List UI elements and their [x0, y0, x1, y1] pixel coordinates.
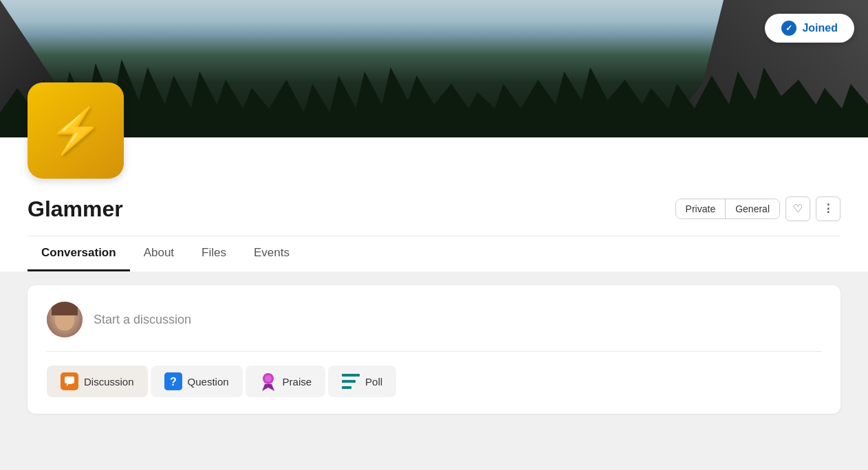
poll-button[interactable]: Poll: [328, 366, 396, 397]
svg-point-4: [265, 375, 272, 382]
praise-label: Praise: [283, 376, 312, 388]
action-buttons-row: Discussion ? Question: [47, 366, 821, 397]
question-button[interactable]: ? Question: [151, 366, 243, 397]
tab-events[interactable]: Events: [240, 236, 303, 271]
joined-button[interactable]: ✓ Joined: [765, 14, 854, 43]
trees-decoration: [0, 41, 868, 137]
praise-button[interactable]: Praise: [246, 366, 326, 397]
tab-conversation[interactable]: Conversation: [28, 236, 130, 271]
lightning-icon: ⚡: [48, 109, 103, 153]
joined-label: Joined: [802, 22, 838, 34]
discussion-icon: [61, 372, 78, 390]
user-avatar: [47, 302, 83, 337]
poll-icon: [342, 372, 360, 390]
profile-actions: Private General ♡ ⋮: [675, 197, 840, 221]
content-area: Start a discussion Discussion: [0, 271, 868, 427]
privacy-tag[interactable]: Private: [676, 199, 726, 219]
joined-check-icon: ✓: [781, 21, 796, 36]
banner-background: [0, 0, 868, 137]
svg-rect-6: [342, 380, 356, 383]
poll-label: Poll: [365, 376, 382, 388]
group-name: Glammer: [28, 197, 123, 222]
start-discussion-row: Start a discussion: [47, 302, 821, 352]
question-label: Question: [188, 376, 229, 388]
tabs-nav: Conversation About Files Events: [28, 236, 840, 271]
svg-rect-5: [342, 374, 360, 377]
favorite-button[interactable]: ♡: [785, 197, 810, 221]
category-tag[interactable]: General: [726, 199, 779, 219]
group-logo: ⚡: [28, 82, 124, 179]
praise-icon: [259, 372, 277, 390]
tab-about[interactable]: About: [130, 236, 188, 271]
tags-group: Private General: [675, 199, 780, 219]
more-options-button[interactable]: ⋮: [816, 197, 840, 221]
avatar-image: [47, 302, 83, 337]
question-icon: ?: [164, 372, 182, 390]
svg-rect-7: [342, 386, 351, 389]
discussion-label: Discussion: [84, 376, 134, 388]
banner: ✓ Joined: [0, 0, 868, 137]
profile-card: ⚡ Glammer Private General ♡ ⋮: [0, 137, 868, 271]
discussion-placeholder[interactable]: Start a discussion: [94, 313, 191, 327]
discussion-button[interactable]: Discussion: [47, 366, 148, 397]
discussion-card: Start a discussion Discussion: [28, 285, 840, 414]
page-wrapper: ✓ Joined ⚡ Glammer Private General ♡: [0, 0, 868, 427]
tab-files[interactable]: Files: [188, 236, 240, 271]
svg-text:?: ?: [170, 376, 177, 388]
heart-icon: ♡: [793, 202, 803, 215]
more-icon: ⋮: [823, 202, 834, 215]
svg-rect-0: [65, 377, 74, 383]
profile-header: Glammer Private General ♡ ⋮: [28, 137, 840, 227]
